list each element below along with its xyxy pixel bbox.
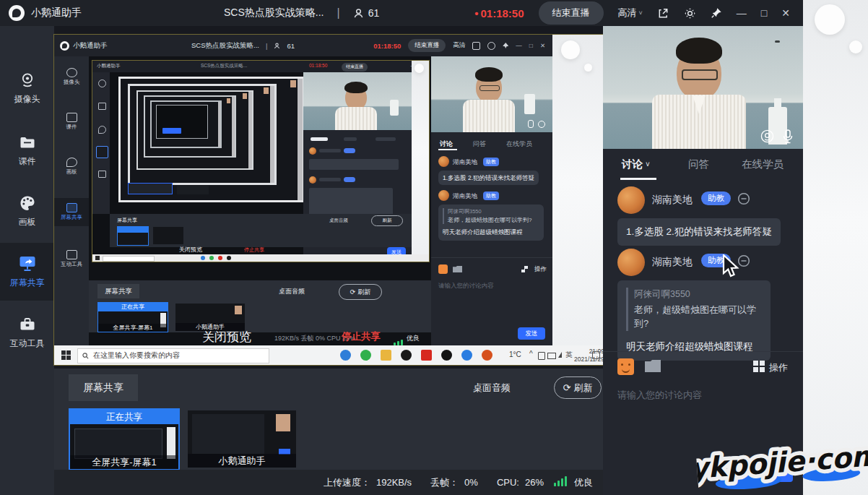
rec-dot: • — [474, 7, 478, 20]
taskbar-flash-icon — [421, 350, 432, 361]
assistant-badge: 助教 — [701, 191, 731, 205]
tab-online-students[interactable]: 在线学员 — [742, 158, 784, 171]
dropped-label: 丢帧： — [430, 476, 459, 489]
cpu-value: 26% — [525, 477, 544, 488]
taskbar-search: 在这里输入你要搜索的内容 — [77, 348, 269, 363]
preview-l2-titlebar: 小鹅通助手 SCS热点股实战策略... 01:18:50 结束直播 — □ ✕ — [92, 61, 429, 72]
tab-underline — [620, 178, 656, 180]
preview-l2-share-panel: 屏幕共享 桌面音频 刷新 — [110, 214, 412, 247]
right-panel: 讨论˅ 问答 在线学员 湖南美地 助教 1.多选股 2.犯的错误来找老师答疑 湖… — [603, 26, 803, 495]
divider — [603, 351, 803, 352]
preview-l2-sidebar — [92, 72, 110, 214]
end-live-button[interactable]: 结束直播 — [539, 1, 604, 25]
chat-username: 湖南美地 — [652, 256, 693, 269]
taskbar-office-icon — [482, 350, 492, 361]
preview-gear-icon — [487, 42, 495, 50]
file-icon[interactable] — [645, 360, 661, 372]
taskbar-qq-icon — [401, 350, 412, 361]
taskbar-browser-icon — [461, 350, 472, 361]
settings-gear-icon[interactable] — [684, 7, 696, 20]
tray-display-icon — [547, 353, 556, 359]
maximize-button[interactable]: □ — [761, 7, 767, 19]
taskbar-wechat-icon — [360, 350, 371, 361]
toolbox-icon — [18, 315, 37, 334]
palette-icon — [18, 194, 37, 212]
viewer-count: 61 — [368, 7, 380, 19]
preview-l1-wallpaper — [552, 35, 603, 365]
stop-share-button[interactable]: 停止共享 — [342, 330, 381, 343]
chat-username: 湖南美地 — [652, 194, 693, 207]
tab-qa[interactable]: 问答 — [688, 158, 709, 171]
microphone-icon[interactable] — [781, 129, 794, 145]
sidebar-item-camera[interactable]: 摄像头 — [0, 65, 54, 111]
preview-l1-chat-panel: 讨论 问答 在线学员 湖南美地 助教 1.多选股 2.犯的错误来找老师答疑 湖南… — [431, 56, 552, 345]
titlebar: 小鹅通助手 SCS热点股实战策略... | 61 • 01:18:50 结束直播… — [0, 0, 803, 26]
avatar — [617, 186, 645, 214]
preview-taskbar: 在这里输入你要搜索的内容 1°C ^ 英 21:092021/11/29 — [54, 345, 603, 365]
mute-icon[interactable] — [737, 192, 750, 205]
share-thumbnail-screen1[interactable]: 正在共享 全屏共享-屏幕1 — [69, 408, 180, 470]
mirror-tunnel — [118, 77, 305, 202]
status-bar: 上传速度： 192KB/s 丢帧： 0% CPU: 26% 优良 — [54, 470, 603, 495]
camera-icon — [18, 71, 37, 90]
quote-text: 老师，超级蜡烛图在哪可以学到? — [634, 304, 762, 331]
screen-share-icon — [17, 253, 38, 273]
tab-discussion[interactable]: 讨论˅ — [622, 158, 650, 171]
taskbar-folder-icon — [381, 350, 391, 361]
taskbar-edge-icon — [340, 350, 351, 361]
tray-battery-icon — [538, 352, 545, 360]
discussion-input[interactable]: 请输入您的讨论内容 — [617, 389, 702, 402]
folder-icon — [18, 133, 37, 152]
taskbar-app-icon — [441, 350, 452, 361]
search-icon — [82, 353, 89, 359]
minimize-button[interactable]: — — [737, 7, 747, 19]
upload-label: 上传速度： — [324, 476, 370, 489]
dropped-value: 0% — [464, 477, 478, 488]
app-title: 小鹅通助手 — [31, 7, 82, 20]
send-button[interactable]: 发送 — [751, 462, 793, 482]
share-icon[interactable] — [657, 7, 669, 20]
preview-share-icon — [472, 42, 480, 50]
taskbar-temp: 1°C — [509, 350, 521, 358]
close-preview-button[interactable]: 关闭预览 — [202, 329, 251, 345]
mouse-cursor — [722, 254, 741, 279]
screen-share-preview[interactable]: 小鹅通助手 SCS热点股实战策略... | 61 01:18:50 结束直播 高… — [54, 35, 603, 365]
live-badge: 正在共享 — [70, 410, 178, 424]
quote-username: 阿徕司啊3550 — [634, 288, 762, 301]
preview-pin-icon — [503, 43, 508, 48]
sidebar-item-whiteboard[interactable]: 画板 — [0, 188, 54, 234]
chat-message-with-quote: 阿徕司啊3550 老师，超级蜡烛图在哪可以学到? 明天老师介绍超级蜡烛图课程 — [617, 280, 771, 361]
quality-dropdown[interactable]: 高清 ˅ — [618, 7, 643, 20]
glasses — [682, 69, 718, 80]
close-button[interactable]: ✕ — [781, 7, 790, 19]
windows-start-icon — [61, 350, 71, 360]
preview-l2-close-label: 关闭预览 — [179, 246, 202, 254]
preview-l2-stop-label: 停止共享 — [244, 246, 264, 254]
emoji-icon[interactable] — [617, 358, 634, 375]
sidebar-item-courseware[interactable]: 课件 — [0, 127, 54, 173]
desktop-audio-label: 桌面音频 — [473, 382, 511, 395]
cpu-label: CPU: — [497, 477, 519, 488]
chat-message: 1.多选股 2.犯的错误来找老师答疑 — [617, 218, 781, 246]
app-logo-icon — [9, 5, 25, 21]
actions-label[interactable]: 操作 — [769, 361, 788, 374]
pin-icon[interactable] — [711, 7, 722, 19]
preview-l1-titlebar: 小鹅通助手 SCS热点股实战策略... | 61 01:18:50 结束直播 高… — [54, 35, 552, 56]
share-panel-tab[interactable]: 屏幕共享 — [69, 374, 138, 401]
avatar — [617, 249, 645, 276]
preview-l2-taskbar — [92, 254, 429, 262]
live-timer: 01:18:50 — [480, 7, 524, 20]
bird — [775, 40, 780, 43]
desktop-wallpaper — [803, 0, 868, 495]
preview-l1-logo-icon — [60, 41, 69, 51]
share-thumbnail-app[interactable]: 小鹅通助手 — [188, 410, 296, 468]
sidebar-item-screenshare[interactable]: 屏幕共享 — [0, 243, 54, 301]
sidebar-item-tools[interactable]: 互动工具 — [0, 309, 54, 356]
refresh-button[interactable]: ⟳刷新 — [554, 376, 602, 399]
actions-grid-icon[interactable] — [753, 361, 765, 372]
video-camera-icon[interactable] — [760, 129, 774, 143]
separator: | — [337, 7, 339, 20]
preview-viewers-icon — [274, 43, 280, 49]
app-window: 小鹅通助手 SCS热点股实战策略... | 61 • 01:18:50 结束直播… — [0, 0, 868, 495]
chat-tabs: 讨论˅ 问答 在线学员 — [603, 149, 803, 181]
